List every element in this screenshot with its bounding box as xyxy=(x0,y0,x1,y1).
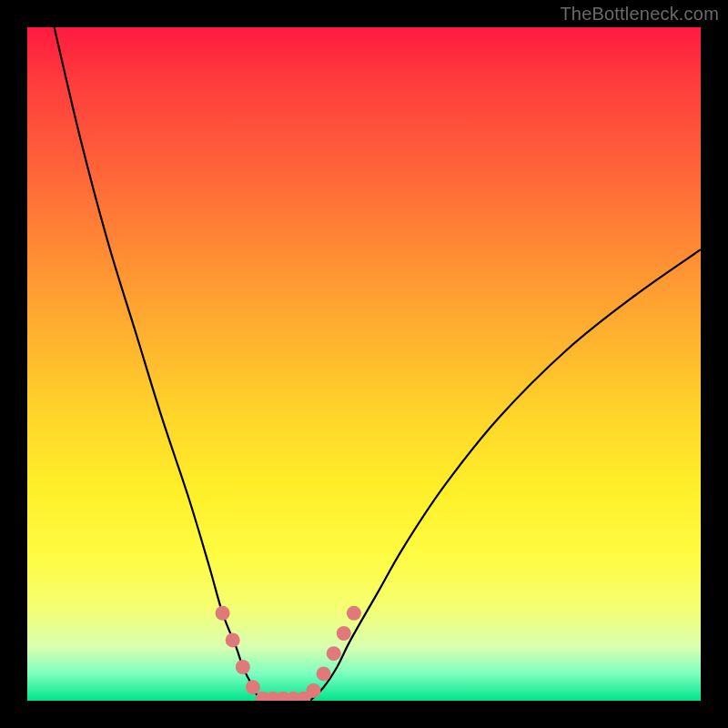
marker-dot xyxy=(317,666,331,681)
left-branch-curve xyxy=(55,27,263,701)
marker-dot xyxy=(327,646,341,661)
highlighted-markers xyxy=(216,606,361,701)
curve-layer xyxy=(27,27,701,701)
marker-dot xyxy=(216,606,230,621)
watermark-text: TheBottleneck.com xyxy=(560,4,719,25)
right-branch-curve xyxy=(310,249,701,701)
marker-dot xyxy=(246,680,260,694)
marker-dot xyxy=(337,626,351,641)
chart-frame: TheBottleneck.com xyxy=(0,0,728,728)
marker-dot xyxy=(226,632,240,647)
marker-dot xyxy=(236,660,250,674)
marker-dot xyxy=(347,606,361,621)
plot-area xyxy=(27,27,701,701)
marker-dot xyxy=(307,683,321,698)
